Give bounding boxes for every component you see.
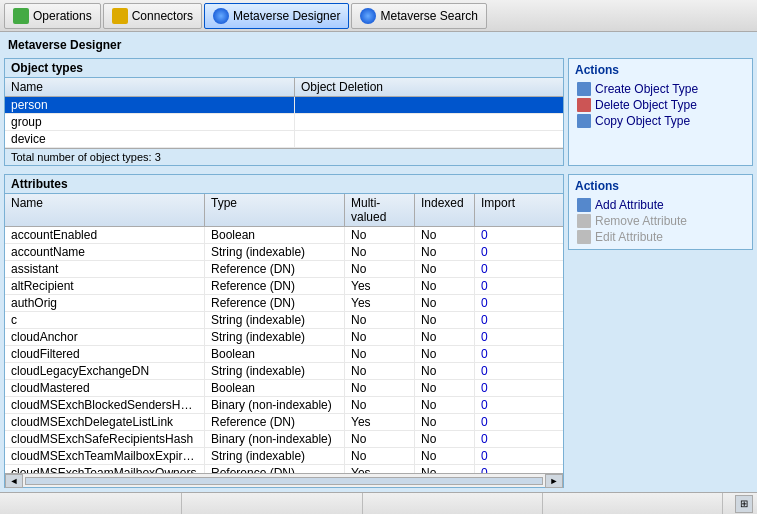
scroll-spacer xyxy=(530,194,544,226)
attr-type-cell: String (indexable) xyxy=(205,312,345,328)
attr-name-cell: altRecipient xyxy=(5,278,205,294)
table-row[interactable]: cloudFiltered Boolean No No 0 xyxy=(5,346,563,363)
attr-multi-cell: No xyxy=(345,363,415,379)
edit-attribute-label: Edit Attribute xyxy=(595,230,663,244)
status-cell-4 xyxy=(545,493,723,514)
attr-import-cell: 0 xyxy=(475,312,530,328)
create-object-type-icon xyxy=(577,82,591,96)
metaverse-designer-button[interactable]: Metaverse Designer xyxy=(204,3,349,29)
table-row[interactable]: cloudAnchor String (indexable) No No 0 xyxy=(5,329,563,346)
attr-indexed-cell: No xyxy=(415,363,475,379)
obj-del-cell xyxy=(295,131,465,147)
copy-object-type-button[interactable]: Copy Object Type xyxy=(575,113,746,129)
resize-button[interactable]: ⊞ xyxy=(735,495,753,513)
attr-indexed-cell: No xyxy=(415,397,475,413)
horizontal-scrollbar[interactable]: ◄ ► xyxy=(5,473,563,487)
attr-import-cell: 0 xyxy=(475,431,530,447)
horizontal-scrollbar-track[interactable] xyxy=(25,477,543,485)
create-object-type-button[interactable]: Create Object Type xyxy=(575,81,746,97)
object-types-panel: Object types Name Object Deletion person… xyxy=(4,58,564,166)
attr-type-cell: String (indexable) xyxy=(205,448,345,464)
attr-name-cell: cloudMSExchDelegateListLink xyxy=(5,414,205,430)
metaverse-designer-label: Metaverse Designer xyxy=(233,9,340,23)
status-cell-1 xyxy=(4,493,182,514)
attr-multi-cell: No xyxy=(345,244,415,260)
attr-import-cell: 0 xyxy=(475,278,530,294)
attr-import-cell: 0 xyxy=(475,397,530,413)
attr-type-cell: Reference (DN) xyxy=(205,414,345,430)
remove-attribute-icon xyxy=(577,214,591,228)
scroll-right-button[interactable]: ► xyxy=(545,474,563,488)
object-types-body: person group device xyxy=(5,97,563,148)
table-row[interactable]: person xyxy=(5,97,563,114)
col-name-header: Name xyxy=(5,78,295,96)
attr-import-cell: 0 xyxy=(475,448,530,464)
attr-name-cell: authOrig xyxy=(5,295,205,311)
attr-type-cell: Reference (DN) xyxy=(205,295,345,311)
add-attribute-icon xyxy=(577,198,591,212)
table-row[interactable]: cloudMSExchBlockedSendersHash Binary (no… xyxy=(5,397,563,414)
operations-icon xyxy=(13,8,29,24)
create-object-type-label: Create Object Type xyxy=(595,82,698,96)
attr-import-cell: 0 xyxy=(475,261,530,277)
app-window: Operations Connectors Metaverse Designer… xyxy=(0,0,757,514)
operations-button[interactable]: Operations xyxy=(4,3,101,29)
table-row[interactable]: accountName String (indexable) No No 0 xyxy=(5,244,563,261)
attr-indexed-cell: No xyxy=(415,329,475,345)
object-types-footer: Total number of object types: 3 xyxy=(5,148,563,165)
table-row[interactable]: cloudMastered Boolean No No 0 xyxy=(5,380,563,397)
table-row[interactable]: cloudMSExchSafeRecipientsHash Binary (no… xyxy=(5,431,563,448)
col-obj-del-header: Object Deletion xyxy=(295,78,465,96)
table-row[interactable]: device xyxy=(5,131,563,148)
attr-type-cell: Reference (DN) xyxy=(205,261,345,277)
attr-name-cell: cloudLegacyExchangeDN xyxy=(5,363,205,379)
attr-name-cell: cloudMSExchTeamMailboxOwners xyxy=(5,465,205,473)
table-row[interactable]: c String (indexable) No No 0 xyxy=(5,312,563,329)
toolbar: Operations Connectors Metaverse Designer… xyxy=(0,0,757,32)
attr-multi-cell: Yes xyxy=(345,414,415,430)
attr-import-header: Import xyxy=(475,194,530,226)
attr-type-cell: Boolean xyxy=(205,346,345,362)
attr-import-cell: 0 xyxy=(475,295,530,311)
obj-del-cell xyxy=(295,97,465,113)
add-attribute-button[interactable]: Add Attribute xyxy=(575,197,746,213)
remove-attribute-label: Remove Attribute xyxy=(595,214,687,228)
scroll-left-button[interactable]: ◄ xyxy=(5,474,23,488)
table-row[interactable]: group xyxy=(5,114,563,131)
delete-object-type-icon xyxy=(577,98,591,112)
table-row[interactable]: altRecipient Reference (DN) Yes No 0 xyxy=(5,278,563,295)
attr-multi-cell: No xyxy=(345,380,415,396)
edit-attribute-button[interactable]: Edit Attribute xyxy=(575,229,746,245)
table-row[interactable]: cloudLegacyExchangeDN String (indexable)… xyxy=(5,363,563,380)
connectors-button[interactable]: Connectors xyxy=(103,3,202,29)
attr-indexed-cell: No xyxy=(415,261,475,277)
attr-indexed-cell: No xyxy=(415,244,475,260)
attr-multi-cell: No xyxy=(345,448,415,464)
main-content: Metaverse Designer Object types Name Obj… xyxy=(0,32,757,492)
attr-multi-cell: No xyxy=(345,346,415,362)
remove-attribute-button[interactable]: Remove Attribute xyxy=(575,213,746,229)
table-row[interactable]: authOrig Reference (DN) Yes No 0 xyxy=(5,295,563,312)
table-row[interactable]: assistant Reference (DN) No No 0 xyxy=(5,261,563,278)
attr-multi-cell: No xyxy=(345,397,415,413)
table-row[interactable]: cloudMSExchTeamMailboxExpirati... String… xyxy=(5,448,563,465)
attr-name-cell: assistant xyxy=(5,261,205,277)
table-row[interactable]: cloudMSExchDelegateListLink Reference (D… xyxy=(5,414,563,431)
table-row[interactable]: accountEnabled Boolean No No 0 xyxy=(5,227,563,244)
table-row[interactable]: cloudMSExchTeamMailboxOwners Reference (… xyxy=(5,465,563,473)
attr-indexed-cell: No xyxy=(415,431,475,447)
delete-object-type-button[interactable]: Delete Object Type xyxy=(575,97,746,113)
attr-type-cell: Reference (DN) xyxy=(205,465,345,473)
attr-name-cell: cloudFiltered xyxy=(5,346,205,362)
attr-multi-cell: No xyxy=(345,261,415,277)
attr-name-cell: accountEnabled xyxy=(5,227,205,243)
object-actions-panel: Actions Create Object Type Delete Object… xyxy=(568,58,753,166)
attr-indexed-header: Indexed xyxy=(415,194,475,226)
connectors-label: Connectors xyxy=(132,9,193,23)
attr-multi-cell: No xyxy=(345,329,415,345)
attributes-scroll-area[interactable]: accountEnabled Boolean No No 0 accountNa… xyxy=(5,227,563,473)
metaverse-search-icon xyxy=(360,8,376,24)
attributes-panel: Attributes Name Type Multi-valued Indexe… xyxy=(4,174,564,488)
metaverse-search-button[interactable]: Metaverse Search xyxy=(351,3,486,29)
attr-type-header: Type xyxy=(205,194,345,226)
